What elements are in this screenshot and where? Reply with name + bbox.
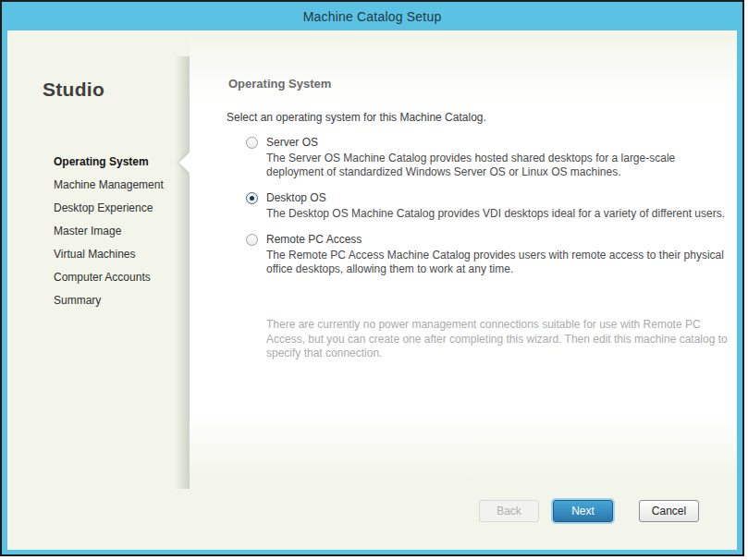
radio-remote-pc-access[interactable] <box>246 234 258 246</box>
option-desc-desktop-os: The Desktop OS Machine Catalog provides … <box>266 207 727 221</box>
option-desc-server-os: The Server OS Machine Catalog provides h… <box>266 152 727 179</box>
sidebar-content-divider <box>175 56 190 489</box>
option-remote-pc-access[interactable]: Remote PC Access The Remote PC Access Ma… <box>246 233 727 276</box>
option-texts: Server OS The Server OS Machine Catalog … <box>266 136 727 179</box>
page-title: Operating System <box>228 77 331 91</box>
option-label-server-os[interactable]: Server OS <box>266 136 727 149</box>
studio-logo: Studio <box>43 79 104 101</box>
sidebar-item-computer-accounts: Computer Accounts <box>54 266 192 289</box>
wizard-body: Studio Operating System Machine Manageme… <box>7 30 737 550</box>
power-management-note: There are currently no power management … <box>266 318 733 361</box>
os-options-group: Server OS The Server OS Machine Catalog … <box>246 136 727 288</box>
option-label-remote-pc-access[interactable]: Remote PC Access <box>266 233 727 246</box>
next-button[interactable]: Next <box>553 500 613 522</box>
page-instruction: Select an operating system for this Mach… <box>227 111 486 124</box>
radio-server-os[interactable] <box>246 137 258 149</box>
screen: Machine Catalog Setup Studio Operating S… <box>0 0 748 560</box>
option-server-os[interactable]: Server OS The Server OS Machine Catalog … <box>246 136 727 179</box>
window-titlebar: Machine Catalog Setup <box>2 2 742 30</box>
sidebar-item-operating-system: Operating System <box>54 151 192 174</box>
sidebar-item-desktop-experience: Desktop Experience <box>54 197 192 220</box>
option-texts: Desktop OS The Desktop OS Machine Catalo… <box>266 191 727 221</box>
cancel-button[interactable]: Cancel <box>639 500 699 522</box>
option-texts: Remote PC Access The Remote PC Access Ma… <box>266 233 727 276</box>
radio-desktop-os[interactable] <box>246 192 258 204</box>
option-label-desktop-os[interactable]: Desktop OS <box>266 191 727 204</box>
sidebar-item-master-image: Master Image <box>54 220 192 243</box>
sidebar-item-summary: Summary <box>54 289 192 312</box>
sidebar-item-machine-management: Machine Management <box>54 174 192 197</box>
window-title: Machine Catalog Setup <box>303 9 442 24</box>
sidebar-item-virtual-machines: Virtual Machines <box>54 243 192 266</box>
back-button[interactable]: Back <box>479 500 539 522</box>
option-desc-remote-pc-access: The Remote PC Access Machine Catalog pro… <box>266 249 727 276</box>
wizard-steps-sidebar: Operating System Machine Management Desk… <box>54 151 192 312</box>
machine-catalog-setup-window: Machine Catalog Setup Studio Operating S… <box>0 0 744 556</box>
option-desktop-os[interactable]: Desktop OS The Desktop OS Machine Catalo… <box>246 191 727 221</box>
